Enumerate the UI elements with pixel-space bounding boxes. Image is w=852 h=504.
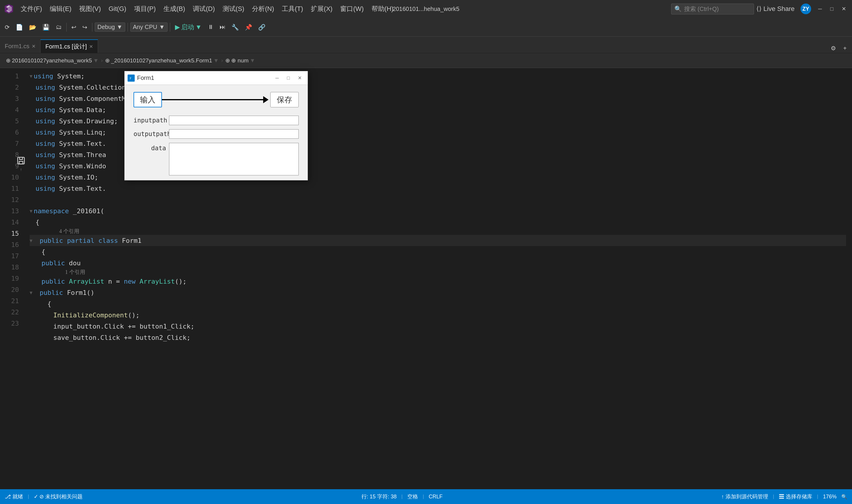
status-errors[interactable]: ✓ ⊘ 未找到相关问题 [34,493,83,500]
menu-debug[interactable]: 调试(D) [189,3,219,15]
code-line-13: ▼ namespace _201601( [30,205,846,216]
path-project[interactable]: ⊕ 20160101027yanzhehua_work5 ▼ [3,56,101,65]
ref-count-18: 1 个引用 [30,269,846,276]
redo-btn[interactable]: ↪ [80,22,90,32]
search-box[interactable]: 🔍 搜索 (Ctrl+Q) [671,3,754,15]
menu-extensions[interactable]: 扩展(X) [307,3,336,15]
debug-config-dropdown[interactable]: Debug ▼ [95,22,125,32]
menu-analyze[interactable]: 分析(N) [248,3,278,15]
menu-test[interactable]: 测试(S) [219,3,248,15]
menu-build[interactable]: 生成(B) [160,3,189,15]
status-zoom[interactable]: 176% [823,494,837,500]
code-line-21: InitializeComponent(); [30,309,846,321]
live-share-button[interactable]: ⟨⟩ Live Share [754,4,797,14]
dialog-maximize-btn[interactable]: □ [283,74,293,82]
code-line-18: public ArrayList n = new ArrayList(); [30,276,846,287]
line-num-19: 19 [0,273,24,284]
tab-form1-cs-close[interactable]: ✕ [32,43,36,49]
line-num-16: 16 [0,239,24,250]
title-right: ⟨⟩ Live Share ZY ─ □ ✕ [754,3,849,14]
form1-dialog[interactable]: F Form1 ─ □ ✕ 输入 保存 inputpath [124,71,308,180]
step-btn[interactable]: ⏭ [217,22,228,32]
line-num-10: 10 [0,172,24,183]
cpu-config-dropdown[interactable]: Any CPU ▼ [130,22,168,32]
new-file-btn[interactable]: 📄 [13,22,25,32]
data-textarea[interactable] [169,143,299,175]
line-numbers: 1 2 3 4 5 6 7 8 9 10 11 12 13 14 15 16 1… [0,68,24,489]
arrow-head-icon [263,96,268,103]
dialog-close-btn[interactable]: ✕ [295,74,305,82]
status-sep4: | [773,494,774,499]
save-toolbar-btn[interactable]: 💾 [40,22,52,32]
status-space[interactable]: 空格 [407,493,418,500]
undo-btn[interactable]: ↩ [69,22,79,32]
menu-tools[interactable]: 工具(T) [278,3,307,15]
live-share-icon: ⟨⟩ [757,5,762,13]
debug-config-label: Debug [98,24,115,31]
back-btn[interactable]: ⟳ [2,22,12,32]
status-position[interactable]: 行: 15 字符: 38 [362,493,397,500]
path-member-icon: ⊕ [225,57,230,64]
status-select-repo[interactable]: ☰ 选择存储库 [779,493,812,500]
data-row: data [134,143,299,175]
sep1 [66,23,67,32]
status-sep3: | [423,494,424,499]
status-encoding[interactable]: CRLF [429,494,442,500]
title-project-name: 20160101...hehua_work5 [393,6,459,13]
path-member[interactable]: ⊕ ⊕ num ▼ [223,56,258,65]
close-button[interactable]: ✕ [838,3,849,14]
inputpath-input[interactable] [169,116,299,125]
line-num-17: 17 [0,250,24,262]
window-controls: ─ □ ✕ [815,3,849,14]
tab-form1-design[interactable]: Form1.cs [设计] ✕ [40,39,98,53]
dialog-controls: ─ □ ✕ [272,74,305,82]
tools-btn4[interactable]: 🔗 [256,22,268,32]
input-button[interactable]: 输入 [134,92,162,107]
maximize-button[interactable]: □ [827,3,837,14]
dialog-minimize-btn[interactable]: ─ [272,74,282,82]
tab-form1-cs-label: Form1.cs [5,43,29,50]
tab-form1-cs[interactable]: Form1.cs ✕ [0,39,40,53]
menu-edit[interactable]: 编辑(E) [46,3,75,15]
svg-rect-1 [19,162,23,164]
menu-window[interactable]: 窗口(W) [336,3,367,15]
tools-btn2[interactable]: 🔧 [229,22,241,32]
status-zoom-icon: 🔍 [841,494,847,500]
status-git[interactable]: ⎇ 就绪 [5,493,23,500]
fold-13[interactable]: ▼ [30,208,33,214]
tab-add-icon[interactable]: + [841,44,849,53]
fold-19[interactable]: ▼ [30,290,33,295]
menu-git[interactable]: Git(G) [105,4,130,14]
dialog-titlebar: F Form1 ─ □ ✕ [125,71,308,85]
fold-1[interactable]: ▼ [30,73,33,79]
tab-form1-design-label: Form1.cs [设计] [45,42,87,51]
tools-btn3[interactable]: 📌 [242,22,255,32]
menu-file[interactable]: 文件(F) [17,3,46,15]
code-line-12 [30,194,846,205]
line-num-4: 4 [0,104,24,115]
open-btn[interactable]: 📂 [27,22,39,32]
outputpath-row: outputpath [134,129,299,139]
tab-form1-design-close[interactable]: ✕ [89,44,93,49]
status-add-code[interactable]: ↑ 添加到源代码管理 [721,493,768,500]
tab-settings-icon[interactable]: ⚙ [828,43,838,53]
code-line-14: { [30,216,846,228]
inputpath-label: inputpath [134,117,166,124]
dialog-title: Form1 [137,74,272,81]
status-errors-label: ⊘ 未找到相关问题 [39,493,83,500]
line-num-21: 21 [0,295,24,306]
save-icon-overlay[interactable]: ↑ [17,156,25,172]
status-bar: ⎇ 就绪 | ✓ ⊘ 未找到相关问题 行: 15 字符: 38 | 空格 | C… [0,489,852,504]
save-button[interactable]: 保存 [270,92,299,107]
fold-15[interactable]: ▼ [30,238,33,244]
outputpath-input[interactable] [169,129,299,139]
save-all-btn[interactable]: 🗂 [53,22,64,32]
menu-project[interactable]: 项目(P) [131,3,159,15]
pause-btn[interactable]: ⏸ [206,22,216,32]
path-class[interactable]: ⊕ _20160101027yanzhehua_work5.Form1 ▼ [103,56,221,65]
minimize-button[interactable]: ─ [815,3,825,14]
user-avatar[interactable]: ZY [800,3,811,14]
menu-view[interactable]: 视图(V) [75,3,104,15]
sep2 [92,23,92,32]
start-button[interactable]: ▶ 启动 ▼ [173,22,204,33]
